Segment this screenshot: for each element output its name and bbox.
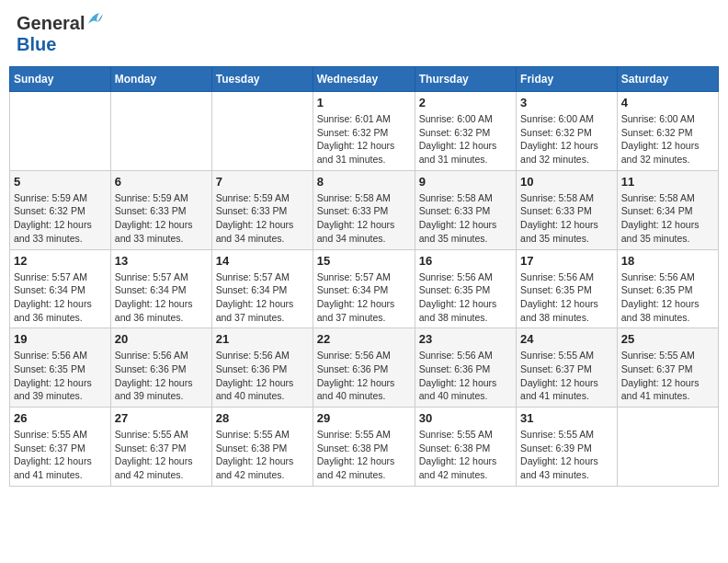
weekday-header: Wednesday — [313, 67, 415, 92]
day-info: Sunrise: 5:59 AMSunset: 6:32 PMDaylight:… — [14, 191, 107, 246]
calendar-week-row: 19Sunrise: 5:56 AMSunset: 6:35 PMDayligh… — [10, 328, 719, 408]
day-number: 16 — [419, 254, 512, 268]
calendar-cell: 28Sunrise: 5:55 AMSunset: 6:38 PMDayligh… — [211, 408, 313, 487]
calendar-week-row: 5Sunrise: 5:59 AMSunset: 6:32 PMDaylight… — [10, 170, 719, 249]
weekday-header: Friday — [517, 67, 618, 92]
day-info: Sunrise: 5:56 AMSunset: 6:35 PMDaylight:… — [14, 349, 107, 403]
calendar-week-row: 1Sunrise: 6:01 AMSunset: 6:32 PMDaylight… — [10, 92, 719, 171]
calendar-cell: 26Sunrise: 5:55 AMSunset: 6:37 PMDayligh… — [10, 408, 111, 487]
calendar-cell: 2Sunrise: 6:00 AMSunset: 6:32 PMDaylight… — [415, 92, 516, 171]
day-info: Sunrise: 6:00 AMSunset: 6:32 PMDaylight:… — [621, 112, 714, 167]
calendar-cell: 17Sunrise: 5:56 AMSunset: 6:35 PMDayligh… — [517, 249, 618, 328]
day-number: 31 — [520, 411, 613, 425]
day-number: 3 — [520, 96, 613, 109]
day-number: 6 — [115, 175, 208, 189]
logo: General Blue — [17, 13, 105, 55]
weekday-header: Sunday — [10, 67, 111, 92]
calendar-cell: 24Sunrise: 5:55 AMSunset: 6:37 PMDayligh… — [517, 328, 618, 408]
day-info: Sunrise: 5:55 AMSunset: 6:38 PMDaylight:… — [419, 428, 512, 482]
calendar-cell: 21Sunrise: 5:56 AMSunset: 6:36 PMDayligh… — [211, 328, 313, 408]
day-number: 4 — [621, 96, 714, 109]
day-number: 9 — [419, 175, 512, 189]
day-info: Sunrise: 5:59 AMSunset: 6:33 PMDaylight:… — [115, 191, 208, 246]
calendar-cell: 10Sunrise: 5:58 AMSunset: 6:33 PMDayligh… — [517, 170, 618, 249]
day-number: 8 — [317, 175, 411, 189]
day-number: 18 — [621, 254, 714, 268]
calendar-cell: 6Sunrise: 5:59 AMSunset: 6:33 PMDaylight… — [110, 170, 211, 249]
day-info: Sunrise: 5:55 AMSunset: 6:38 PMDaylight:… — [317, 428, 411, 482]
day-info: Sunrise: 5:55 AMSunset: 6:37 PMDaylight:… — [14, 428, 107, 482]
day-number: 13 — [115, 254, 208, 268]
calendar-cell: 11Sunrise: 5:58 AMSunset: 6:34 PMDayligh… — [617, 170, 718, 249]
calendar-cell: 25Sunrise: 5:55 AMSunset: 6:37 PMDayligh… — [617, 328, 718, 408]
day-number: 1 — [317, 96, 411, 109]
calendar-week-row: 12Sunrise: 5:57 AMSunset: 6:34 PMDayligh… — [10, 249, 719, 328]
day-number: 11 — [621, 175, 714, 189]
calendar-cell: 14Sunrise: 5:57 AMSunset: 6:34 PMDayligh… — [211, 249, 313, 328]
day-info: Sunrise: 6:01 AMSunset: 6:32 PMDaylight:… — [317, 112, 411, 167]
calendar-cell: 22Sunrise: 5:56 AMSunset: 6:36 PMDayligh… — [313, 328, 415, 408]
day-info: Sunrise: 5:57 AMSunset: 6:34 PMDaylight:… — [14, 270, 107, 325]
calendar-cell: 30Sunrise: 5:55 AMSunset: 6:38 PMDayligh… — [415, 408, 516, 487]
logo-bird-icon — [86, 11, 105, 28]
day-info: Sunrise: 5:57 AMSunset: 6:34 PMDaylight:… — [216, 270, 309, 325]
calendar-cell: 5Sunrise: 5:59 AMSunset: 6:32 PMDaylight… — [10, 170, 111, 249]
day-number: 22 — [317, 332, 411, 346]
day-number: 29 — [317, 411, 411, 425]
day-number: 2 — [419, 96, 512, 109]
calendar-cell: 27Sunrise: 5:55 AMSunset: 6:37 PMDayligh… — [110, 408, 211, 487]
day-info: Sunrise: 5:58 AMSunset: 6:33 PMDaylight:… — [520, 191, 613, 246]
calendar-cell: 19Sunrise: 5:56 AMSunset: 6:35 PMDayligh… — [10, 328, 111, 408]
page-header: General Blue — [9, 9, 719, 59]
calendar-cell: 13Sunrise: 5:57 AMSunset: 6:34 PMDayligh… — [110, 249, 211, 328]
day-number: 23 — [419, 332, 512, 346]
day-info: Sunrise: 5:58 AMSunset: 6:34 PMDaylight:… — [621, 191, 714, 246]
day-info: Sunrise: 6:00 AMSunset: 6:32 PMDaylight:… — [520, 112, 613, 167]
calendar-cell: 18Sunrise: 5:56 AMSunset: 6:35 PMDayligh… — [617, 249, 718, 328]
calendar-cell: 16Sunrise: 5:56 AMSunset: 6:35 PMDayligh… — [415, 249, 516, 328]
day-info: Sunrise: 5:57 AMSunset: 6:34 PMDaylight:… — [115, 270, 208, 325]
day-info: Sunrise: 5:56 AMSunset: 6:36 PMDaylight:… — [115, 349, 208, 403]
day-number: 15 — [317, 254, 411, 268]
logo-blue: Blue — [17, 34, 56, 54]
calendar-cell: 3Sunrise: 6:00 AMSunset: 6:32 PMDaylight… — [517, 92, 618, 171]
day-info: Sunrise: 5:55 AMSunset: 6:37 PMDaylight:… — [621, 349, 714, 403]
calendar-cell: 23Sunrise: 5:56 AMSunset: 6:36 PMDayligh… — [415, 328, 516, 408]
day-info: Sunrise: 5:55 AMSunset: 6:38 PMDaylight:… — [216, 428, 309, 482]
logo-general: General — [17, 13, 85, 34]
day-info: Sunrise: 5:55 AMSunset: 6:37 PMDaylight:… — [520, 349, 613, 403]
calendar-cell: 7Sunrise: 5:59 AMSunset: 6:33 PMDaylight… — [211, 170, 313, 249]
day-info: Sunrise: 5:56 AMSunset: 6:36 PMDaylight:… — [317, 349, 411, 403]
calendar-cell: 20Sunrise: 5:56 AMSunset: 6:36 PMDayligh… — [110, 328, 211, 408]
day-number: 30 — [419, 411, 512, 425]
day-number: 14 — [216, 254, 309, 268]
calendar-cell: 31Sunrise: 5:55 AMSunset: 6:39 PMDayligh… — [517, 408, 618, 487]
calendar-cell: 8Sunrise: 5:58 AMSunset: 6:33 PMDaylight… — [313, 170, 415, 249]
day-number: 10 — [520, 175, 613, 189]
day-info: Sunrise: 5:56 AMSunset: 6:36 PMDaylight:… — [419, 349, 512, 403]
day-number: 21 — [216, 332, 309, 346]
weekday-header: Thursday — [415, 67, 516, 92]
day-info: Sunrise: 6:00 AMSunset: 6:32 PMDaylight:… — [419, 112, 512, 167]
day-info: Sunrise: 5:56 AMSunset: 6:35 PMDaylight:… — [419, 270, 512, 325]
calendar-cell — [617, 408, 718, 487]
calendar-cell — [211, 92, 313, 171]
day-number: 5 — [14, 175, 107, 189]
day-info: Sunrise: 5:56 AMSunset: 6:35 PMDaylight:… — [520, 270, 613, 325]
day-info: Sunrise: 5:56 AMSunset: 6:35 PMDaylight:… — [621, 270, 714, 325]
day-number: 28 — [216, 411, 309, 425]
day-number: 17 — [520, 254, 613, 268]
calendar-cell: 1Sunrise: 6:01 AMSunset: 6:32 PMDaylight… — [313, 92, 415, 171]
calendar-cell — [10, 92, 111, 171]
calendar-cell: 12Sunrise: 5:57 AMSunset: 6:34 PMDayligh… — [10, 249, 111, 328]
calendar-cell: 29Sunrise: 5:55 AMSunset: 6:38 PMDayligh… — [313, 408, 415, 487]
calendar-cell: 15Sunrise: 5:57 AMSunset: 6:34 PMDayligh… — [313, 249, 415, 328]
calendar-table: SundayMondayTuesdayWednesdayThursdayFrid… — [9, 66, 719, 487]
day-info: Sunrise: 5:56 AMSunset: 6:36 PMDaylight:… — [216, 349, 309, 403]
calendar-cell — [110, 92, 211, 171]
day-info: Sunrise: 5:58 AMSunset: 6:33 PMDaylight:… — [419, 191, 512, 246]
day-number: 7 — [216, 175, 309, 189]
day-number: 12 — [14, 254, 107, 268]
day-number: 25 — [621, 332, 714, 346]
calendar-cell: 9Sunrise: 5:58 AMSunset: 6:33 PMDaylight… — [415, 170, 516, 249]
